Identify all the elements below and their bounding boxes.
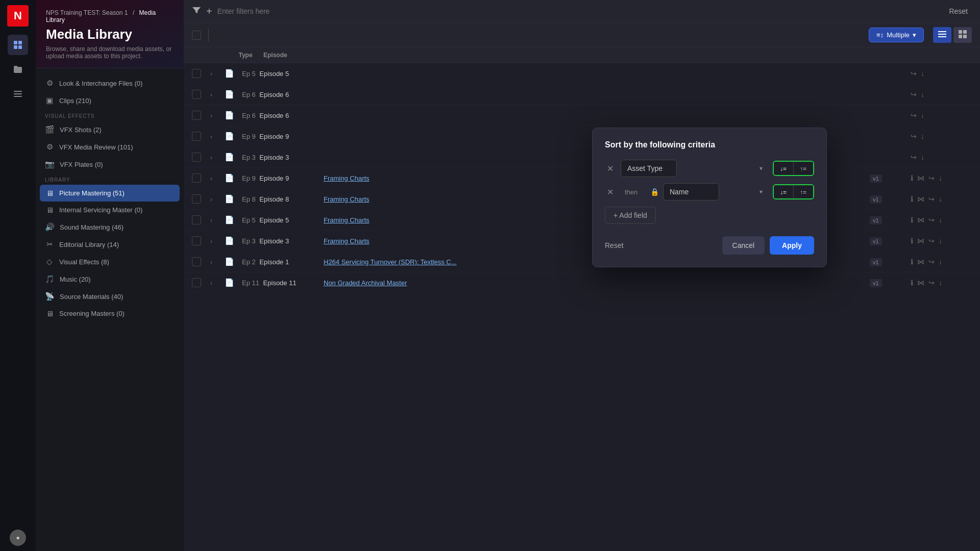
row-expand[interactable]: ›: [206, 278, 216, 288]
row-checkbox[interactable]: [192, 69, 201, 78]
row-expand[interactable]: ›: [206, 236, 216, 246]
share-icon[interactable]: ↪: [911, 69, 917, 78]
add-field-button[interactable]: + Add field: [605, 207, 656, 224]
row-checkbox[interactable]: [192, 257, 201, 266]
link-icon[interactable]: ⋈: [917, 258, 924, 266]
sort-button[interactable]: ≡↕ Multiple ▾: [869, 28, 924, 42]
info-icon[interactable]: ℹ: [911, 195, 913, 203]
info-icon[interactable]: ℹ: [911, 174, 913, 182]
table-row[interactable]: › 📄 Ep 9 Episode 9 ↪ ↓: [184, 126, 980, 147]
download-icon[interactable]: ↓: [939, 237, 942, 245]
row-checkbox[interactable]: [192, 236, 201, 245]
info-icon[interactable]: ℹ: [911, 279, 913, 287]
col-header-episode[interactable]: Episode: [263, 52, 340, 59]
link-icon[interactable]: ⋈: [917, 216, 924, 224]
table-row[interactable]: › 📄 Ep 6 Episode 6 ↪ ↓: [184, 84, 980, 105]
sidebar-icon-grid[interactable]: [8, 35, 28, 55]
share-icon[interactable]: ↪: [928, 237, 935, 245]
sidebar-item-vfx-review[interactable]: ⚙ VFX Media Review (101): [40, 138, 180, 156]
sort-order-1-desc[interactable]: ↓=: [774, 162, 793, 175]
list-view-button[interactable]: [933, 27, 951, 43]
download-icon[interactable]: ↓: [921, 111, 924, 119]
row-checkbox[interactable]: [192, 215, 201, 224]
sort-order-2-asc[interactable]: ↑=: [794, 185, 813, 198]
row-checkbox[interactable]: [192, 111, 201, 120]
row-expand[interactable]: ›: [206, 110, 216, 120]
table-row[interactable]: › 📄 Ep 5 Episode 5 ↪ ↓: [184, 63, 980, 84]
sidebar-item-editorial[interactable]: ✂ Editorial Library (14): [40, 236, 180, 253]
sidebar-item-vfx-shots[interactable]: 🎬 VFX Shots (2): [40, 121, 180, 138]
reset-button[interactable]: Reset: [945, 5, 972, 17]
download-icon[interactable]: ↓: [939, 216, 942, 224]
row-expand[interactable]: ›: [206, 257, 216, 267]
download-icon[interactable]: ↓: [939, 174, 942, 182]
sidebar-item-look[interactable]: ⚙ Look & Interchange Files (0): [40, 74, 180, 92]
row-checkbox[interactable]: [192, 194, 201, 204]
sort-row-2-close[interactable]: ✕: [605, 185, 616, 199]
share-icon[interactable]: ↪: [928, 216, 935, 224]
add-filter-button[interactable]: +: [206, 6, 212, 17]
info-icon[interactable]: ℹ: [911, 258, 913, 266]
table-row[interactable]: › 📄 Ep 2 Episode 1 H264 Servicing Turnov…: [184, 252, 980, 272]
sidebar-item-clips[interactable]: ▣ Clips (210): [40, 92, 180, 109]
download-icon[interactable]: ↓: [939, 279, 942, 287]
sidebar-icon-folder[interactable]: [8, 59, 28, 80]
row-expand[interactable]: ›: [206, 89, 216, 99]
sidebar-item-internal-servicing[interactable]: 🖥 Internal Servicing Master (0): [40, 202, 180, 218]
sort-apply-button[interactable]: Apply: [770, 236, 814, 255]
share-icon[interactable]: ↪: [928, 279, 935, 287]
download-icon[interactable]: ↓: [939, 195, 942, 203]
row-name[interactable]: Non Graded Archival Master: [324, 279, 860, 287]
row-checkbox[interactable]: [192, 90, 201, 99]
row-expand[interactable]: ›: [206, 173, 216, 183]
select-all-checkbox[interactable]: [192, 31, 201, 40]
share-icon[interactable]: ↪: [928, 174, 935, 182]
link-icon[interactable]: ⋈: [917, 195, 924, 203]
sort-row-1-close[interactable]: ✕: [605, 162, 616, 176]
sort-order-1-asc[interactable]: ↑=: [794, 162, 813, 175]
row-checkbox[interactable]: [192, 278, 201, 287]
share-icon[interactable]: ↪: [911, 153, 917, 161]
col-header-type[interactable]: Type: [233, 52, 258, 59]
user-avatar[interactable]: ●: [10, 530, 26, 546]
row-checkbox[interactable]: [192, 173, 201, 183]
sidebar-item-screening[interactable]: 🖥 Screening Masters (0): [40, 305, 180, 322]
row-expand[interactable]: ›: [206, 152, 216, 162]
filter-input[interactable]: [217, 7, 940, 15]
share-icon[interactable]: ↪: [911, 90, 917, 98]
download-icon[interactable]: ↓: [921, 69, 924, 78]
table-row[interactable]: › 📄 Ep 9 Episode 9 Framing Charts v1 ℹ ⋈…: [184, 168, 980, 189]
sidebar-item-vfx-plates[interactable]: 📷 VFX Plates (0): [40, 156, 180, 173]
share-icon[interactable]: ↪: [928, 195, 935, 203]
download-icon[interactable]: ↓: [921, 132, 924, 140]
table-row[interactable]: › 📄 Ep 8 Episode 8 Framing Charts v1 ℹ ⋈…: [184, 189, 980, 210]
sidebar-item-music[interactable]: 🎵 Music (20): [40, 270, 180, 288]
row-expand[interactable]: ›: [206, 194, 216, 204]
sidebar-item-source[interactable]: 📡 Source Materials (40): [40, 288, 180, 305]
row-expand[interactable]: ›: [206, 68, 216, 79]
download-icon[interactable]: ↓: [921, 153, 924, 161]
row-expand[interactable]: ›: [206, 131, 216, 141]
table-row[interactable]: › 📄 Ep 5 Episode 5 Framing Charts v1 ℹ ⋈…: [184, 210, 980, 231]
info-icon[interactable]: ℹ: [911, 237, 913, 245]
sort-reset-button[interactable]: Reset: [605, 241, 624, 249]
share-icon[interactable]: ↪: [911, 111, 917, 119]
table-row[interactable]: › 📄 Ep 11 Episode 11 Non Graded Archival…: [184, 272, 980, 293]
grid-view-button[interactable]: [953, 27, 972, 43]
sidebar-item-visual-effects[interactable]: ◇ Visual Effects (8): [40, 253, 180, 270]
sort-field-2-select[interactable]: Name Asset Type Episode Version Created …: [663, 183, 719, 201]
sidebar-item-sound-mastering[interactable]: 🔊 Sound Mastering (46): [40, 218, 180, 236]
row-checkbox[interactable]: [192, 153, 201, 162]
sidebar-icon-list[interactable]: [8, 84, 28, 104]
download-icon[interactable]: ↓: [939, 258, 942, 266]
sort-cancel-button[interactable]: Cancel: [722, 236, 765, 255]
info-icon[interactable]: ℹ: [911, 216, 913, 224]
row-checkbox[interactable]: [192, 132, 201, 141]
table-row[interactable]: › 📄 Ep 6 Episode 6 ↪ ↓: [184, 105, 980, 126]
download-icon[interactable]: ↓: [921, 90, 924, 98]
link-icon[interactable]: ⋈: [917, 237, 924, 245]
link-icon[interactable]: ⋈: [917, 174, 924, 182]
sort-order-2-desc[interactable]: ↓=: [774, 185, 793, 198]
link-icon[interactable]: ⋈: [917, 279, 924, 287]
table-row[interactable]: › 📄 Ep 3 Episode 3 ↪ ↓: [184, 147, 980, 168]
